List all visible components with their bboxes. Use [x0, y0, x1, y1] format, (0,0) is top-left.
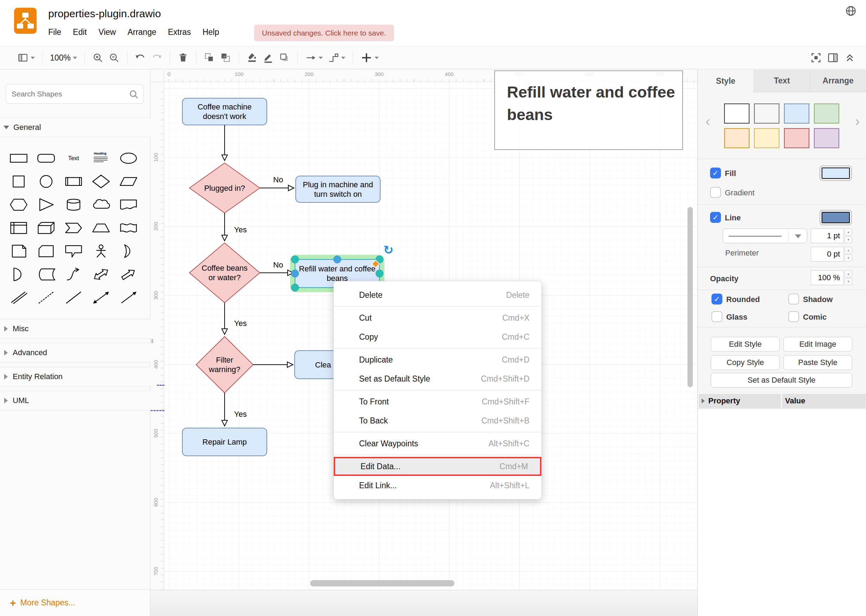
sidebar-section-misc[interactable]: Misc [0, 319, 150, 339]
shape-directional-connector[interactable] [115, 286, 142, 309]
shape-square[interactable] [5, 170, 32, 193]
menu-edit[interactable]: Edit [73, 27, 87, 37]
menu-arrange[interactable]: Arrange [127, 27, 156, 37]
style-swatch[interactable] [754, 104, 780, 124]
style-swatch[interactable] [784, 104, 809, 124]
opacity-stepper[interactable]: ▲▼ [844, 270, 852, 285]
shadow-checkbox[interactable] [788, 294, 799, 305]
shape-and[interactable] [5, 262, 32, 286]
shape-circle[interactable] [32, 170, 60, 193]
perimeter-input[interactable]: 0 pt [811, 247, 844, 262]
shape-text[interactable]: Text [60, 146, 87, 170]
comic-checkbox[interactable] [788, 311, 799, 322]
selection-handle[interactable] [291, 270, 299, 277]
horizontal-scrollbar[interactable] [310, 580, 454, 586]
sidebar-section-advanced[interactable]: Advanced [0, 343, 150, 363]
zoom-out-button[interactable] [106, 49, 122, 66]
shape-actor[interactable] [87, 239, 115, 262]
fill-checkbox[interactable]: ✓ [710, 168, 721, 178]
shape-cylinder[interactable] [60, 193, 87, 216]
shape-cube[interactable] [32, 216, 60, 239]
menu-extras[interactable]: Extras [168, 27, 191, 37]
more-shapes-button[interactable]: + More Shapes... [0, 589, 150, 616]
copy-style-button[interactable]: Copy Style [711, 355, 780, 370]
selection-handle[interactable] [291, 256, 299, 263]
fit-page-button[interactable] [808, 49, 824, 66]
shape-document[interactable] [115, 193, 142, 216]
rotate-handle-icon[interactable]: ↻ [383, 243, 394, 257]
menu-help[interactable]: Help [203, 27, 219, 37]
delete-button[interactable] [175, 49, 191, 66]
shape-cloud[interactable] [87, 193, 115, 216]
undo-button[interactable] [132, 49, 149, 66]
shape-line[interactable] [60, 286, 87, 309]
menu-item-duplicate[interactable]: DuplicateCmd+D [334, 350, 541, 369]
fill-color-swatch-button[interactable] [819, 165, 852, 181]
shape-hexagon[interactable] [5, 193, 32, 216]
shape-triangle[interactable] [32, 193, 60, 216]
flow-node-beans[interactable] [189, 243, 260, 303]
property-column-header[interactable]: Property [699, 394, 781, 408]
gradient-checkbox[interactable] [710, 187, 721, 198]
selection-handle[interactable] [376, 270, 383, 277]
glass-checkbox[interactable] [712, 311, 722, 322]
rounded-checkbox[interactable]: ✓ [712, 294, 722, 305]
style-swatch[interactable] [724, 104, 750, 124]
unsaved-changes-badge[interactable]: Unsaved changes. Click here to save. [254, 25, 394, 41]
flow-node-plug-in[interactable] [296, 176, 380, 203]
language-globe-icon[interactable] [845, 5, 857, 17]
menu-item-clear-waypoints[interactable]: Clear WaypointsAlt+Shift+C [334, 434, 541, 453]
tab-arrange[interactable]: Arrange [810, 70, 866, 92]
paste-style-button[interactable]: Paste Style [783, 355, 852, 370]
flow-node-repair[interactable] [182, 428, 267, 456]
view-button[interactable] [15, 49, 37, 66]
shape-link[interactable] [5, 286, 32, 309]
shape-dashed-line[interactable] [32, 286, 60, 309]
swatch-next-icon[interactable]: › [855, 113, 860, 129]
shape-callout[interactable] [60, 239, 87, 262]
line-width-stepper[interactable]: ▲▼ [844, 228, 852, 243]
swatch-prev-icon[interactable]: ‹ [706, 113, 710, 129]
search-icon[interactable] [129, 89, 139, 100]
flow-node-start[interactable] [182, 98, 267, 125]
opacity-input[interactable]: 100 % [811, 270, 844, 285]
style-swatch[interactable] [814, 128, 839, 148]
flow-node-plugged[interactable] [189, 163, 260, 213]
shape-internal-storage[interactable] [5, 216, 32, 239]
zoom-in-button[interactable] [90, 49, 106, 66]
zoom-level-button[interactable]: 100% [47, 49, 80, 66]
shape-note[interactable] [5, 239, 32, 262]
line-checkbox[interactable]: ✓ [710, 212, 721, 223]
shape-arrow[interactable] [115, 262, 142, 286]
shape-bidirectional-arrow[interactable] [87, 262, 115, 286]
tab-text[interactable]: Text [754, 70, 810, 92]
style-swatch[interactable] [724, 128, 750, 148]
edit-style-button[interactable]: Edit Style [711, 337, 780, 352]
sidebar-section-general[interactable]: General [0, 118, 150, 137]
shape-bidirectional-connector[interactable] [87, 286, 115, 309]
menu-file[interactable]: File [48, 27, 61, 37]
redo-button[interactable] [149, 49, 165, 66]
selection-handle[interactable] [333, 256, 341, 263]
search-input[interactable] [6, 85, 143, 104]
style-swatch[interactable] [814, 104, 839, 124]
style-swatch[interactable] [784, 128, 809, 148]
menu-item-set-as-default-style[interactable]: Set as Default StyleCmd+Shift+D [334, 369, 541, 388]
line-style-dropdown[interactable] [723, 228, 807, 243]
shape-trapezoid[interactable] [87, 216, 115, 239]
menu-view[interactable]: View [99, 27, 116, 37]
waypoints-button[interactable] [325, 49, 348, 66]
shape-process[interactable] [60, 170, 87, 193]
edit-image-button[interactable]: Edit Image [783, 337, 852, 352]
menu-item-edit-link[interactable]: Edit Link...Alt+Shift+L [334, 476, 541, 495]
menu-item-to-front[interactable]: To FrontCmd+Shift+F [334, 392, 541, 411]
menu-item-cut[interactable]: CutCmd+X [334, 308, 541, 327]
sidebar-section-uml[interactable]: UML [0, 391, 150, 410]
shape-rectangle[interactable] [5, 146, 32, 170]
flow-node-filter[interactable] [196, 336, 253, 393]
shadow-button[interactable] [277, 49, 292, 66]
line-color-swatch-button[interactable] [819, 210, 852, 225]
line-color-button[interactable] [260, 49, 277, 66]
shape-curve[interactable] [60, 262, 87, 286]
shape-or[interactable] [115, 239, 142, 262]
